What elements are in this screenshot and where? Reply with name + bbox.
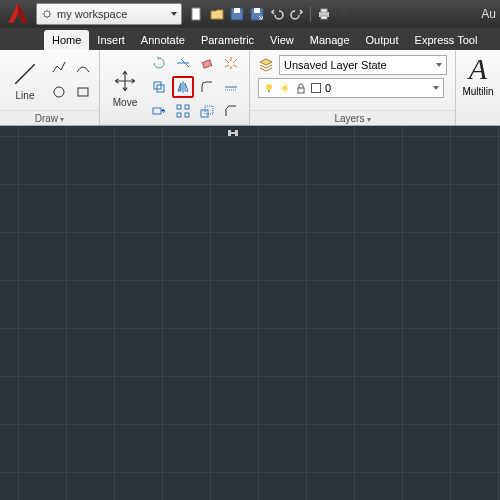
rotate-button[interactable]	[148, 52, 170, 74]
circle-button[interactable]	[48, 81, 70, 103]
svg-rect-1	[192, 8, 200, 20]
ribbon: Line Draw Move	[0, 50, 500, 126]
tab-view[interactable]: View	[262, 30, 302, 50]
copy-button[interactable]	[148, 76, 170, 98]
lightbulb-icon	[263, 82, 275, 94]
modify-grid-2	[220, 52, 242, 122]
qat-more[interactable]	[335, 5, 353, 23]
svg-rect-17	[185, 105, 189, 109]
drawing-canvas[interactable]	[0, 126, 500, 500]
array-button[interactable]	[172, 100, 194, 122]
svg-rect-7	[321, 9, 327, 12]
workspace-name: my workspace	[57, 8, 167, 20]
move-label: Move	[113, 97, 137, 108]
workspace-selector[interactable]: my workspace	[36, 3, 182, 25]
chamfer-button[interactable]	[220, 100, 242, 122]
sun-icon	[279, 82, 291, 94]
arc-button[interactable]	[72, 57, 94, 79]
offset-button[interactable]	[220, 76, 242, 98]
title-bar: my workspace Au	[0, 0, 500, 28]
svg-point-22	[266, 84, 272, 90]
qat-saveas[interactable]	[248, 5, 266, 23]
chevron-down-icon	[436, 63, 442, 67]
multiline-text-button[interactable]: A Multilin	[456, 50, 500, 99]
svg-point-10	[54, 87, 64, 97]
tab-output[interactable]: Output	[358, 30, 407, 50]
qat-redo[interactable]	[288, 5, 306, 23]
rectangle-button[interactable]	[72, 81, 94, 103]
fillet-button[interactable]	[196, 76, 218, 98]
panel-annotation: A Multilin	[456, 50, 500, 125]
tab-parametric[interactable]: Parametric	[193, 30, 262, 50]
quick-access-toolbar	[188, 5, 353, 23]
color-swatch	[311, 83, 321, 93]
svg-rect-12	[202, 60, 212, 68]
explode-button[interactable]	[220, 52, 242, 74]
modify-grid-1	[148, 52, 218, 122]
qat-print[interactable]	[315, 5, 333, 23]
qat-new[interactable]	[188, 5, 206, 23]
svg-rect-19	[185, 113, 189, 117]
trim-button[interactable]	[172, 52, 194, 74]
svg-rect-3	[234, 8, 240, 13]
current-layer-combo[interactable]: 0	[258, 78, 444, 98]
layer-properties-button[interactable]	[256, 55, 276, 75]
mirror-button[interactable]	[172, 76, 194, 98]
gear-icon	[41, 8, 53, 20]
tab-home[interactable]: Home	[44, 30, 89, 50]
current-layer-name: 0	[325, 82, 331, 94]
draw-small-buttons	[48, 57, 94, 103]
svg-rect-23	[268, 90, 270, 92]
svg-rect-11	[78, 88, 88, 96]
chevron-down-icon	[171, 12, 177, 16]
svg-point-24	[283, 85, 288, 90]
tab-annotate[interactable]: Annotate	[133, 30, 193, 50]
app-logo[interactable]	[2, 0, 34, 29]
qat-save[interactable]	[228, 5, 246, 23]
panel-draw: Line Draw	[0, 50, 100, 125]
tab-insert[interactable]: Insert	[89, 30, 133, 50]
stretch-button[interactable]	[148, 100, 170, 122]
svg-point-0	[44, 11, 50, 17]
chevron-down-icon	[433, 86, 439, 90]
qat-open[interactable]	[208, 5, 226, 23]
svg-rect-18	[177, 113, 181, 117]
qat-undo[interactable]	[268, 5, 286, 23]
move-button[interactable]: Move	[104, 61, 146, 113]
tab-express[interactable]: Express Tool	[407, 30, 486, 50]
svg-rect-15	[153, 108, 161, 114]
svg-rect-25	[298, 88, 304, 93]
line-icon	[11, 60, 39, 88]
panel-layers: Unsaved Layer State 0	[250, 50, 456, 125]
layer-state-text: Unsaved Layer State	[284, 59, 387, 71]
tab-manage[interactable]: Manage	[302, 30, 358, 50]
line-button[interactable]: Line	[4, 54, 46, 106]
erase-button[interactable]	[196, 52, 218, 74]
lock-icon	[295, 82, 307, 94]
svg-rect-5	[254, 8, 260, 13]
text-A-icon: A	[469, 52, 487, 86]
svg-line-9	[15, 64, 35, 84]
ribbon-tabs: Home Insert Annotate Parametric View Man…	[0, 28, 500, 50]
move-icon	[111, 67, 139, 95]
panel-modify: Move Modify	[100, 50, 250, 125]
panel-title-layers[interactable]: Layers	[250, 110, 455, 125]
separator	[310, 6, 311, 22]
scale-button[interactable]	[196, 100, 218, 122]
svg-rect-8	[321, 16, 327, 19]
multiline-label: Multilin	[462, 86, 493, 97]
polyline-button[interactable]	[48, 57, 70, 79]
chevron-down-icon	[341, 12, 347, 16]
app-title-suffix: Au	[481, 7, 498, 21]
svg-rect-16	[177, 105, 181, 109]
layer-state-combo[interactable]: Unsaved Layer State	[279, 55, 447, 75]
panel-title-draw[interactable]: Draw	[0, 110, 99, 125]
line-label: Line	[16, 90, 35, 101]
